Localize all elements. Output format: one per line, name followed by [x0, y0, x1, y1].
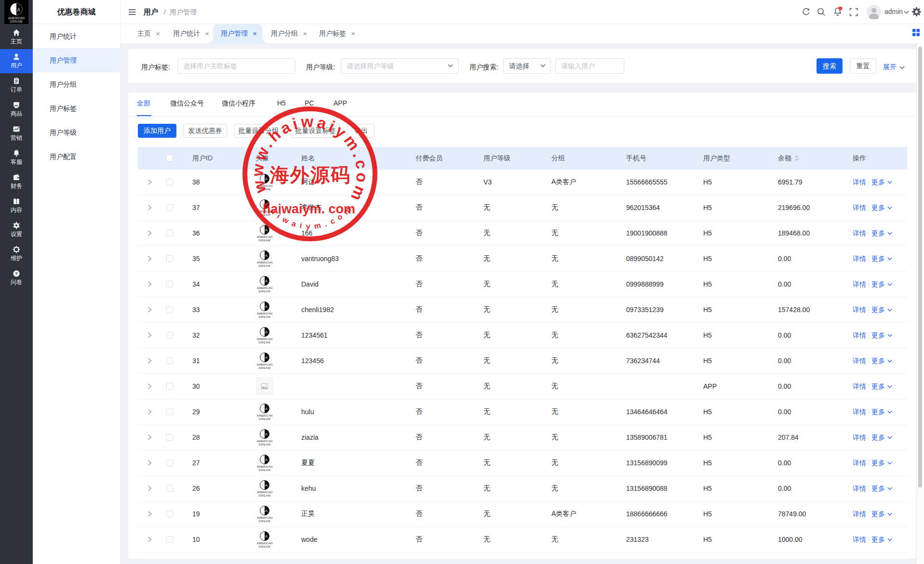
- svg-text:海外源码: 海外源码: [269, 164, 351, 186]
- svg-text:DREAM: DREAM: [259, 264, 271, 267]
- svg-text:A: A: [265, 279, 268, 283]
- svg-text:DREAM: DREAM: [259, 366, 271, 369]
- svg-text:A: A: [265, 458, 268, 462]
- svg-text:DREAM: DREAM: [259, 494, 271, 497]
- svg-text:A: A: [265, 483, 268, 487]
- svg-text:A: A: [265, 534, 268, 538]
- svg-text:?: ?: [15, 271, 18, 276]
- svg-text:DREAM: DREAM: [259, 315, 271, 318]
- svg-text:DREAM: DREAM: [259, 545, 271, 548]
- svg-text:A: A: [265, 432, 268, 436]
- svg-text:A: A: [265, 253, 268, 258]
- svg-text:A: A: [265, 509, 268, 513]
- svg-text:DREAM: DREAM: [259, 417, 271, 420]
- svg-text:DREAM: DREAM: [259, 443, 271, 446]
- svg-text:DREAM: DREAM: [259, 519, 271, 523]
- svg-text:A: A: [265, 355, 268, 360]
- svg-text:A: A: [265, 304, 268, 309]
- svg-text:DREAM: DREAM: [259, 289, 271, 293]
- svg-text:A: A: [265, 330, 268, 334]
- svg-text:A: A: [265, 407, 268, 411]
- svg-text:haiwaiym. com: haiwaiym. com: [263, 202, 355, 216]
- svg-text:A: A: [17, 7, 20, 13]
- svg-text:DREAM: DREAM: [259, 341, 271, 344]
- svg-text:DREAM: DREAM: [259, 468, 271, 472]
- svg-text:DREAM: DREAM: [10, 20, 23, 23]
- svg-text:AMERICAN: AMERICAN: [8, 16, 25, 20]
